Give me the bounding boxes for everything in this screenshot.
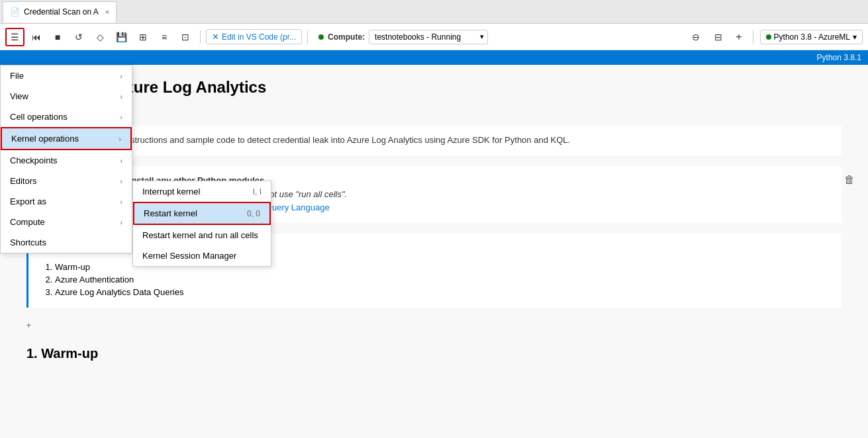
menu-button[interactable]: ☰ xyxy=(5,28,24,46)
toggle-button[interactable]: ⊡ xyxy=(176,28,195,46)
stop-icon: ■ xyxy=(55,32,60,42)
toolbar-right: ⊖ ⊟ + Python 3.8 - AzureML ▾ xyxy=(687,28,863,46)
menu-kernel-operations-label: Kernel operations xyxy=(11,134,79,144)
menu-file-label: File xyxy=(10,71,24,81)
cell-ops-chevron-icon: › xyxy=(120,113,122,121)
python-version: Python 3.8.1 xyxy=(817,53,861,62)
menu-item-cell-operations[interactable]: Cell operations › xyxy=(1,107,132,127)
vscode-label: Edit in VS Code (pr... xyxy=(222,32,296,42)
interrupt-shortcut: I, I xyxy=(253,187,262,197)
menu-item-compute[interactable]: Compute › xyxy=(1,212,132,232)
menu-compute-label: Compute xyxy=(10,217,45,227)
menu-export-label: Export as xyxy=(10,197,46,206)
menu-item-checkpoints[interactable]: Checkpoints › xyxy=(1,150,132,171)
hamburger-icon: ☰ xyxy=(11,32,19,42)
interrupt-kernel-label: Interrupt kernel xyxy=(142,187,200,197)
separator-1 xyxy=(200,30,201,44)
save-button[interactable]: 💾 xyxy=(112,28,131,46)
compute-dropdown-wrapper: testnotebooks - Running xyxy=(369,30,488,44)
clear-button[interactable]: ◇ xyxy=(91,28,109,46)
status-bar: Python 3.8.1 xyxy=(0,50,868,65)
circle-minus-button[interactable]: ⊖ xyxy=(687,28,705,46)
tab-title: Credential Scan on A xyxy=(24,7,99,17)
compute-chevron-icon: › xyxy=(120,218,122,226)
kernel-submenu: Interrupt kernel I, I Restart kernel 0, … xyxy=(132,181,271,267)
clear-icon: ◇ xyxy=(97,32,104,42)
menu-view-label: View xyxy=(10,91,28,101)
main-layout: ial Scan on Azure Log Analytics Notebook… xyxy=(0,65,868,438)
separator-3 xyxy=(753,30,753,44)
kernel-label: Python 3.8 - AzureML xyxy=(774,32,850,42)
menu-item-kernel-operations[interactable]: Kernel operations › xyxy=(1,127,132,150)
menu-overlay: File › View › Cell operations › Kernel o… xyxy=(0,65,868,438)
tab-close-button[interactable]: × xyxy=(105,8,109,16)
submenu-interrupt-kernel[interactable]: Interrupt kernel I, I xyxy=(133,181,271,202)
kernel-ops-chevron-icon: › xyxy=(119,135,121,143)
kernel-button[interactable]: Python 3.8 - AzureML ▾ xyxy=(760,30,863,44)
square-button[interactable]: ⊟ xyxy=(709,28,728,46)
menu-editors-label: Editors xyxy=(10,176,36,186)
list-icon: ≡ xyxy=(162,32,167,42)
save-icon: 💾 xyxy=(116,32,127,42)
compute-status-dot xyxy=(318,34,324,40)
menu-cell-operations-label: Cell operations xyxy=(10,112,68,122)
menu-checkpoints-label: Checkpoints xyxy=(10,155,58,165)
menu-shortcuts-label: Shortcuts xyxy=(10,238,46,247)
vscode-icon: ✕ xyxy=(212,32,219,42)
stop-button[interactable]: ■ xyxy=(48,28,67,46)
restart-kernel-label: Restart kernel xyxy=(144,208,197,218)
add-button[interactable]: + xyxy=(732,30,746,44)
menu-item-file[interactable]: File › xyxy=(1,66,132,86)
menu-item-view[interactable]: View › xyxy=(1,86,132,107)
kernel-chevron-icon: ▾ xyxy=(853,32,857,42)
file-chevron-icon: › xyxy=(120,72,122,80)
grid-button[interactable]: ⊞ xyxy=(134,28,152,46)
primary-menu: File › View › Cell operations › Kernel o… xyxy=(0,65,132,253)
view-chevron-icon: › xyxy=(120,93,122,101)
submenu-kernel-session[interactable]: Kernel Session Manager xyxy=(133,245,271,266)
circle-minus-icon: ⊖ xyxy=(692,32,700,42)
run-before-button[interactable]: ⏮ xyxy=(27,28,46,46)
toolbar: ☰ ⏮ ■ ↺ ◇ 💾 ⊞ ≡ ⊡ ✕ Edit in VS Code (pr.… xyxy=(0,24,868,50)
vscode-button[interactable]: ✕ Edit in VS Code (pr... xyxy=(206,29,302,44)
run-before-icon: ⏮ xyxy=(32,32,41,42)
tab-icon: 📄 xyxy=(10,7,20,17)
export-chevron-icon: › xyxy=(120,198,122,206)
restart-button[interactable]: ↺ xyxy=(70,28,88,46)
compute-label: Compute: xyxy=(328,32,365,42)
restart-run-all-label: Restart kernel and run all cells xyxy=(142,230,258,240)
restart-shortcut: 0, 0 xyxy=(247,209,260,218)
compute-area: Compute: testnotebooks - Running xyxy=(318,30,488,44)
submenu-restart-run-all[interactable]: Restart kernel and run all cells xyxy=(133,225,271,245)
checkpoints-chevron-icon: › xyxy=(120,157,122,165)
kernel-status-dot xyxy=(766,34,771,40)
toggle-icon: ⊡ xyxy=(181,32,189,42)
restart-icon: ↺ xyxy=(75,32,83,42)
tab-bar: 📄 Credential Scan on A × xyxy=(0,0,868,24)
compute-select[interactable]: testnotebooks - Running xyxy=(369,30,488,44)
menu-item-export-as[interactable]: Export as › xyxy=(1,191,132,212)
list-button[interactable]: ≡ xyxy=(155,28,173,46)
menu-item-editors[interactable]: Editors › xyxy=(1,171,132,191)
separator-2 xyxy=(307,30,308,44)
submenu-restart-kernel[interactable]: Restart kernel 0, 0 xyxy=(133,202,271,225)
kernel-session-label: Kernel Session Manager xyxy=(142,251,236,261)
grid-icon: ⊞ xyxy=(139,32,147,42)
menu-item-shortcuts[interactable]: Shortcuts xyxy=(1,232,132,253)
editors-chevron-icon: › xyxy=(120,177,122,185)
square-icon: ⊟ xyxy=(714,32,722,42)
active-tab[interactable]: 📄 Credential Scan on A × xyxy=(3,1,117,22)
